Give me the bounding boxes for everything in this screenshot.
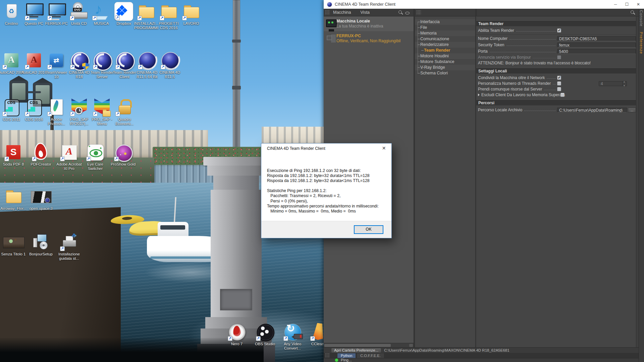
pro-sap-ry2017-icon [70, 98, 89, 117]
setting-control [557, 76, 636, 80]
nero-7-icon [227, 322, 246, 341]
tab-python[interactable]: Python [337, 353, 356, 358]
setting-control [560, 93, 636, 97]
dotted-leader [506, 46, 556, 46]
panel-grip-icon[interactable] [325, 10, 330, 15]
tree-item-interfaccia[interactable]: Interfaccia [415, 19, 475, 25]
desktop-icon-pro-sap-ry2017[interactable]: PRO_SAP RY2017(... [66, 98, 92, 126]
desktop-icon-cinema-4d-r18[interactable]: CINEMA 4D R18 [66, 51, 92, 79]
checkbox-annuncia-servizio-via-bonjour[interactable] [557, 55, 561, 59]
dotted-leader [547, 78, 556, 79]
desktop-icon-cinema-4d-r11-5[interactable]: CINEMA 4D R11.5 [157, 51, 183, 79]
desktop-icon-label: TeamViewer 10 [43, 70, 69, 79]
tree-item-schema-colori[interactable]: Schema Colori [415, 70, 475, 76]
spinner-arrows-icon[interactable] [623, 81, 627, 86]
scrollbar-thumb[interactable] [324, 344, 391, 347]
team-render-client-icon [115, 51, 134, 70]
shortcut-arrow-icon [160, 16, 164, 20]
tree-item-team-render[interactable]: Team Render [415, 48, 475, 53]
filter-oval-icon[interactable] [405, 12, 410, 14]
desktop-icon-label: PDFCreator [28, 162, 54, 167]
desktop-icon-soda-pdf-8[interactable]: SSoda PDF 8 [0, 143, 26, 167]
cam-icon-detail [294, 334, 303, 339]
text-input-porta[interactable]: 5400 [557, 49, 636, 54]
open-preferences-folder-button[interactable]: Apri Cartella Preferenze... [331, 348, 381, 353]
shortcut-arrow-icon [4, 157, 9, 161]
setting-row: Escludi Client Da Lavoro su Memoria Supe… [476, 92, 636, 98]
pro-sap-menu-icon [93, 98, 111, 117]
checkbox-prendi-comunque-risorse-dal-server[interactable] [557, 87, 561, 91]
side-tab-preferenze[interactable]: Preferenze [639, 32, 643, 54]
expander-arrow-icon[interactable] [478, 94, 480, 96]
machine-row-macchina-locale[interactable]: Macchina LocaleLa tua Macchina è inattiv… [324, 16, 414, 31]
maximize-button[interactable]: ☐ [621, 0, 633, 9]
desktop-icon-bonjoursetup[interactable]: BonjourSetup [28, 233, 54, 256]
checkbox-personalizza-numero-di-threads-render[interactable] [557, 81, 561, 85]
setting-label: Escludi Client Da Lavoro su Memoria Supe… [481, 93, 565, 97]
panel-grip-icon[interactable] [325, 353, 330, 358]
desktop-icon-label: Installazione guidata st... [56, 252, 82, 261]
desktop-icon-obs-studio[interactable]: OBS Studio [252, 322, 278, 346]
browse-button[interactable]: ... [628, 108, 636, 113]
team-render-server-icon [93, 51, 111, 70]
threads-spinner[interactable]: 4 [599, 81, 627, 86]
desktop-icon-installazione-guidata-st[interactable]: Installazione guidata st... [56, 233, 82, 261]
desktop-icon-eye-care-switcher[interactable]: Eye Care Switcher [82, 143, 108, 171]
setting-control [557, 87, 636, 91]
desktop-icon-teamviewer-10[interactable]: TeamViewer 10 [43, 51, 69, 79]
window-titlebar[interactable]: CINEMA 4D Team Render Client ─ ☐ ✕ [324, 0, 644, 9]
tree-item-motore-substance[interactable]: Motore Substance [415, 59, 475, 65]
horizontal-scrollbar[interactable] [324, 343, 414, 347]
desktop-icon-pdfcreator[interactable]: PDFCreator [28, 143, 54, 167]
search-icon[interactable] [398, 10, 403, 15]
close-button[interactable]: ✕ [633, 0, 644, 9]
desktop-icon-proshow-gold[interactable]: ProShow Gold [110, 143, 136, 167]
desktop-icon-lavoro[interactable]: LAVORO [178, 2, 204, 26]
spinner-value: 4 [599, 81, 623, 86]
desktop-icon-label: CINEMA 4D R18 [66, 70, 92, 79]
machine-name: FERRUX-PC [336, 33, 414, 39]
text-input-percorso-locale-archivio[interactable]: C:\Users\Ferrux\AppData\Roaming\ [557, 108, 627, 113]
tree-item-motore-houdini[interactable]: Motore Houdini [415, 53, 475, 59]
tree-item-renderizzatore[interactable]: Renderizzatore [415, 42, 475, 48]
menu-item-macchina[interactable]: Macchina [333, 10, 351, 15]
desktop-icon-cinema-4d-r11-5-64-bit[interactable]: CINEMA 4D R11.5 64 Bit [134, 51, 160, 79]
checkbox-abilita-team-render[interactable] [557, 28, 561, 33]
tree-item-v-ray-bridge[interactable]: V-Ray Bridge [415, 65, 475, 70]
machine-name: Macchina Locale [336, 18, 414, 24]
search-icon[interactable] [630, 10, 635, 15]
desktop-icon-open-space-3[interactable]: open space 3 [28, 187, 54, 211]
desktop-icon-senza-titolo-1[interactable]: Senza Titolo 1 [0, 233, 26, 256]
checkbox-condividi-la-macchina-oltre-il-network[interactable] [557, 76, 561, 80]
ok-button[interactable]: OK [354, 225, 383, 234]
desktop-icon-adobe-photosh[interactable]: Adobe Photosh... [43, 98, 69, 126]
machine-row-ferrux-pc[interactable]: FERRUX-PCOffline, Verificami, Non Raggiu… [324, 31, 414, 46]
dropbox-icon [114, 2, 133, 21]
tree-item-comunicazione[interactable]: Comunicazione [415, 36, 475, 42]
desktop-icon-any-video-convert[interactable]: Any Video Convert... [279, 322, 306, 351]
desktop-icon-arroway-flor[interactable]: Arroway_Flor... [0, 187, 26, 211]
minimize-button[interactable]: ─ [610, 0, 621, 9]
status-green-dot-icon [335, 359, 338, 362]
dialog-close-icon[interactable]: ✕ [376, 143, 391, 153]
cds-2011-icon: CDS [2, 98, 21, 117]
checkbox-escludi-client-da-lavoro-su-memoria-superata[interactable] [560, 93, 565, 97]
shortcut-arrow-icon [161, 65, 165, 69]
tab-c-o-f-f-e-e[interactable]: C.O.F.F.E.E. [357, 353, 384, 358]
settings-panel: Team RenderAbilita Team RenderNome Compu… [476, 16, 636, 347]
shortcut-arrow-icon [138, 65, 143, 69]
tree-item-file[interactable]: File [415, 25, 475, 31]
desktop-icon-label: Nero 7 [224, 342, 250, 346]
desktop-icon-quadro-economi[interactable]: Quadro Economi... [111, 98, 138, 126]
side-tab-console[interactable]: Console [639, 10, 643, 26]
desktop-icon-adobe-acrobat-xi-pro[interactable]: Adobe Acrobat XI Pro [56, 143, 82, 171]
tree-item-memoria[interactable]: Memoria [415, 31, 475, 36]
text-input-security-token[interactable]: ferrux [557, 43, 636, 48]
scrollbar-button[interactable] [409, 344, 413, 347]
settings-scroll-gutter[interactable] [636, 16, 639, 347]
desktop-icon-nero-7[interactable]: Nero 7 [224, 322, 250, 346]
panel-grip-icon[interactable] [416, 10, 421, 15]
text-input-nome-computer[interactable]: DESKTOP-C96S7A5 [557, 36, 636, 41]
desktop-icon-label: BonjourSetup [28, 252, 54, 256]
menu-item-vista[interactable]: Vista [361, 10, 370, 15]
